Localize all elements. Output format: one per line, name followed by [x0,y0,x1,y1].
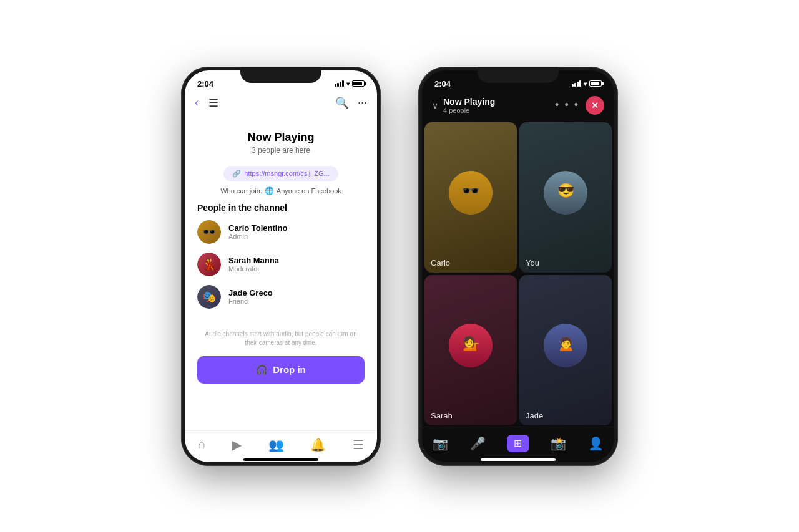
bottom-nav-1: ⌂ ▶ 👥 🔔 ☰ [185,430,377,456]
chevron-down-icon[interactable]: ∨ [432,100,438,110]
dark-header-left: ∨ Now Playing 4 people [432,97,495,114]
notch-1 [240,67,321,83]
status-icons-2: ▾ [572,80,602,87]
who-value: Anyone on Facebook [277,187,341,195]
nav-bar-1: ‹ ☰ 🔍 ··· [185,91,377,115]
more-icon[interactable]: ··· [358,96,367,109]
person-item-jade: 🎭 Jade Greco Friend [197,285,365,309]
disclaimer: Audio channels start with audio, but peo… [197,317,365,354]
jade-face: 🙍 [544,324,587,367]
headphone-icon: 🎧 [256,364,268,375]
invite-url: https://msngr.com/cslj_ZG... [244,170,329,177]
sarah-info: Sarah Manna Moderator [228,256,279,273]
camera-off-icon[interactable]: 📷 [433,436,448,451]
now-playing-subtitle: 3 people are here [197,146,365,155]
jade-tile-label: Jade [526,411,543,420]
people-nav-icon[interactable]: 👥 [268,437,284,452]
nav-left-1: ‹ ☰ [195,96,218,110]
person-item-carlo: 🕶️ Carlo Tolentino Admin [197,220,365,244]
jade-avatar-img: 🎭 [197,285,221,309]
sarah-name: Sarah Manna [228,256,279,265]
drop-in-label: Drop in [273,364,306,375]
dark-bottom-nav: 📷 🎤 ⊞ 📸 👤 [422,428,614,456]
home-nav-icon[interactable]: ⌂ [198,437,205,452]
you-tile-label: You [526,258,539,268]
phone-1-inner: 2:04 ▾ ‹ ☰ [185,70,377,462]
sarah-face: 💁 [449,324,493,367]
nav-right-1: 🔍 ··· [335,96,367,110]
grid-icon[interactable]: ⊞ [507,435,529,452]
tile-you: 😎 You [519,122,612,273]
video-grid: 🕶️ Carlo 😎 You [422,120,614,428]
carlo-role: Admin [228,233,287,240]
wifi-icon-1: ▾ [346,80,350,87]
phone-2: 2:04 ▾ [418,67,618,466]
home-indicator-2 [481,458,556,461]
avatar-carlo: 🕶️ [197,220,221,244]
wifi-icon-2: ▾ [584,80,587,87]
section-title: People in the channel [197,203,365,213]
more-dots-icon[interactable]: • • • [555,99,579,112]
now-playing-title: Now Playing [197,131,365,144]
back-icon[interactable]: ‹ [195,96,199,109]
carlo-tile-label: Carlo [431,258,450,268]
time-1: 2:04 [197,79,213,89]
you-face: 😎 [544,171,587,215]
globe-icon: 🌐 [265,186,274,195]
sarah-avatar-img: 💃 [197,253,221,276]
dark-header-right: • • • ✕ [555,96,604,115]
avatar-sarah: 💃 [197,253,221,276]
phone-2-inner: 2:04 ▾ [422,70,614,462]
avatar-jade: 🎭 [197,285,221,309]
carlo-face: 🕶️ [449,171,493,215]
menu-icon[interactable]: ☰ [208,96,218,110]
status-icons-1: ▾ [335,80,365,87]
battery-icon-2 [589,80,602,87]
who-can-join: Who can join: 🌐 Anyone on Facebook [197,186,365,195]
link-icon: 🔗 [232,170,241,178]
sarah-tile-avatar: 💁 [449,324,493,367]
notch-2 [478,67,559,83]
carlo-avatar-img: 🕶️ [197,220,221,244]
invite-link[interactable]: 🔗 https://msngr.com/cslj_ZG... [223,166,338,181]
jade-tile-avatar: 🙍 [544,324,587,367]
tile-carlo: 🕶️ Carlo [424,122,517,273]
video-nav-icon[interactable]: ▶ [232,437,242,452]
switch-camera-icon[interactable]: 📸 [551,436,566,451]
battery-icon-1 [352,80,365,87]
bell-nav-icon[interactable]: 🔔 [310,437,326,452]
signal-icon-1 [335,80,344,87]
phone-1: 2:04 ▾ ‹ ☰ [181,67,381,466]
header-title-group: Now Playing 4 people [443,97,495,114]
carlo-name: Carlo Tolentino [228,223,287,233]
time-2: 2:04 [434,79,451,89]
phone2-content: 2:04 ▾ [422,70,614,462]
signal-icon-2 [572,80,581,87]
you-tile-avatar: 😎 [544,171,587,215]
close-button[interactable]: ✕ [586,96,604,115]
menu-nav-icon[interactable]: ☰ [353,437,364,452]
now-playing-sub-dark: 4 people [443,107,495,114]
dark-header: ∨ Now Playing 4 people • • • ✕ [422,91,614,120]
tile-jade: 🙍 Jade [519,275,612,425]
carlo-info: Carlo Tolentino Admin [228,223,287,240]
jade-name: Jade Greco [228,288,273,297]
drop-in-button[interactable]: 🎧 Drop in [197,356,365,384]
jade-info: Jade Greco Friend [228,288,273,305]
scene: 2:04 ▾ ‹ ☰ [0,0,799,532]
search-icon[interactable]: 🔍 [335,96,349,110]
home-indicator-1 [243,458,318,461]
main-content-1: Now Playing 3 people are here 🔗 https://… [185,115,377,430]
mic-icon[interactable]: 🎤 [470,436,486,451]
sarah-tile-label: Sarah [431,411,453,420]
people-icon[interactable]: 👤 [588,436,604,451]
tile-sarah: 💁 Sarah [424,275,517,425]
person-item-sarah: 💃 Sarah Manna Moderator [197,253,365,276]
now-playing-title-dark: Now Playing [443,97,495,107]
carlo-tile-avatar: 🕶️ [449,171,493,215]
sarah-role: Moderator [228,265,279,273]
now-playing-header: Now Playing 3 people are here [197,121,365,161]
jade-role: Friend [228,297,273,305]
who-label: Who can join: [220,187,262,195]
